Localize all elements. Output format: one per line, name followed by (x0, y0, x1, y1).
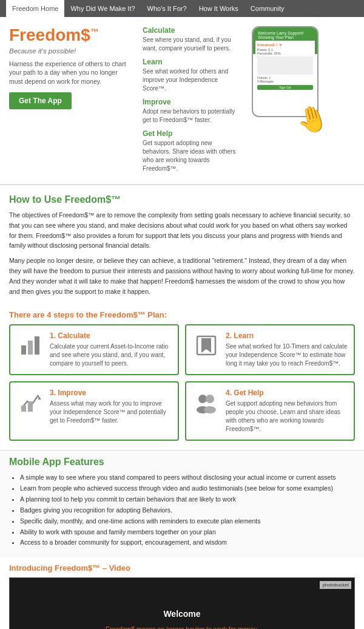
step-4-title: 4. Get Help (226, 389, 348, 397)
navigation: Freedom Home Why Did We Make It? Who's I… (0, 0, 364, 17)
svg-rect-5 (21, 406, 26, 412)
step-4-card: 4. Get Help Get support adopting new beh… (185, 381, 355, 441)
video-text: Freedom$ means no longer having to work … (81, 624, 283, 630)
feature-calculate-text: See where you stand, and, if you want, c… (143, 36, 240, 53)
step-2-title: 2. Learn (226, 332, 348, 340)
feature-calculate-title: Calculate (143, 26, 240, 35)
hero-section: Freedom$™ Because it's possible! Harness… (0, 17, 364, 185)
feature-item-6: Ability to work with spouse and family m… (20, 527, 355, 538)
step-1-title: 1. Calculate (50, 332, 172, 340)
how-to-use-p2: Many people no longer desire, or believe… (9, 256, 355, 296)
step-4-icon (192, 389, 220, 416)
video-watermark: photobucket (320, 581, 351, 589)
nav-who[interactable]: Who's It For? (141, 0, 193, 17)
feature-item-4: Badges giving you recognition for adopti… (20, 505, 355, 516)
feature-gethelp-title: Get Help (143, 129, 240, 138)
step-1-content: 1. Calculate Calculate your current Asse… (50, 332, 172, 368)
steps-header: There are 4 steps to the Freedom$™ Plan: (0, 310, 364, 324)
step-3-content: 3. Improve Assess what may work for you … (50, 389, 172, 425)
step-1-icon (16, 332, 44, 359)
feature-item-2: Learn from people who achieved success t… (20, 483, 355, 494)
feature-gethelp-text: Get support adopting new behaviors. Shar… (143, 139, 240, 173)
svg-rect-2 (35, 336, 39, 355)
svg-point-7 (198, 395, 207, 403)
hero-features: Calculate See where you stand, and, if y… (136, 26, 246, 178)
step-1-desc: Calculate your current Asset-to-Income r… (50, 342, 172, 368)
feature-learn-title: Learn (143, 58, 240, 66)
feature-item-3: A planning tool to help you commit to ce… (20, 494, 355, 505)
video-title: Welcome (163, 609, 200, 619)
step-2-icon (192, 332, 220, 359)
nav-freedom-home[interactable]: Freedom Home (6, 0, 64, 17)
mobile-features-title: Mobile App Features (9, 457, 355, 467)
step-2-desc: See what worked for 10-Timers and calcul… (226, 342, 348, 368)
steps-title: There are 4 steps to the Freedom$™ Plan: (9, 310, 355, 319)
feature-item-1: A simple way to see where you stand comp… (20, 472, 355, 483)
feature-item-7: Access to a broader community for suppor… (20, 537, 355, 548)
video-player[interactable]: photobucket Welcome Freedom$ means no lo… (10, 578, 354, 629)
nav-community[interactable]: Community (244, 0, 291, 17)
feature-improve: Improve Adopt new behaviors to potential… (143, 98, 240, 124)
hero-get-app-button[interactable]: Get The App (9, 92, 72, 109)
phone-mockup: Welcome Larry Support!Showing Your Plan … (252, 26, 318, 117)
svg-rect-6 (28, 401, 33, 412)
feature-calculate: Calculate See where you stand, and, if y… (143, 26, 240, 53)
brand-title: Freedom$™ (9, 26, 127, 45)
svg-point-10 (204, 406, 216, 413)
svg-rect-0 (21, 345, 26, 355)
hero-phone: Welcome Larry Support!Showing Your Plan … (246, 26, 325, 178)
how-to-use-title: How to Use Freedom$™ (9, 194, 355, 205)
step-2-card: 2. Learn See what worked for 10-Timers a… (185, 324, 355, 375)
hero-tagline: Because it's possible! (9, 47, 127, 55)
video-section: Introducing Freedom$™ – Video photobucke… (0, 557, 364, 629)
hero-left: Freedom$™ Because it's possible! Harness… (9, 26, 136, 178)
step-2-content: 2. Learn See what worked for 10-Timers a… (226, 332, 348, 368)
mobile-features-section: Mobile App Features A simple way to see … (0, 450, 364, 557)
feature-improve-title: Improve (143, 98, 240, 106)
nav-why[interactable]: Why Did We Make It? (64, 0, 141, 17)
how-to-use-p1: The objectives of Freedom$™ are to remov… (9, 210, 355, 251)
feature-learn-text: See what worked for others and improve y… (143, 67, 240, 93)
nav-how[interactable]: How It Works (193, 0, 244, 17)
step-4-content: 4. Get Help Get support adopting new beh… (226, 389, 348, 433)
mobile-features-list: A simple way to see where you stand comp… (9, 472, 355, 548)
how-to-use-section: How to Use Freedom$™ The objectives of F… (0, 185, 364, 310)
feature-item-5: Specific daily, monthly, and one-time ac… (20, 516, 355, 527)
video-section-title: Introducing Freedom$™ – Video (9, 563, 355, 573)
step-3-desc: Assess what may work for you to improve … (50, 399, 172, 425)
svg-rect-1 (28, 341, 33, 355)
step-3-card: 3. Improve Assess what may work for you … (9, 381, 179, 441)
feature-learn: Learn See what worked for others and imp… (143, 58, 240, 93)
svg-point-8 (206, 395, 214, 403)
feature-improve-text: Adopt new behaviors to potentially get t… (143, 107, 240, 124)
step-3-icon (16, 389, 44, 416)
step-3-title: 3. Improve (50, 389, 172, 397)
steps-grid: 1. Calculate Calculate your current Asse… (0, 324, 364, 450)
step-4-desc: Get support adopting new behaviors from … (226, 399, 348, 433)
step-1-card: 1. Calculate Calculate your current Asse… (9, 324, 179, 375)
feature-gethelp: Get Help Get support adopting new behavi… (143, 129, 240, 173)
hero-description: Harness the experience of others to char… (9, 59, 127, 86)
